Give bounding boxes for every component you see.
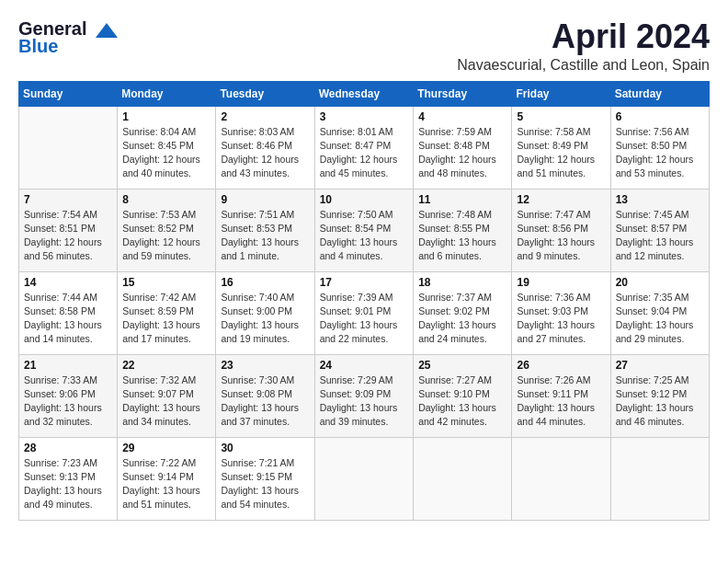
cell-info: Sunrise: 7:29 AM Sunset: 9:09 PM Dayligh… [320,373,409,430]
title-area: April 2024 Navaescurial, Castille and Le… [457,18,710,74]
calendar-cell: 18Sunrise: 7:37 AM Sunset: 9:02 PM Dayli… [414,271,512,354]
calendar-cell [19,106,118,189]
calendar-cell: 1Sunrise: 8:04 AM Sunset: 8:45 PM Daylig… [118,106,216,189]
svg-marker-0 [96,23,118,38]
day-number: 7 [24,193,112,206]
logo: General Blue [18,18,121,57]
calendar-cell [314,437,414,520]
cell-info: Sunrise: 7:40 AM Sunset: 9:00 PM Dayligh… [221,291,309,347]
cell-info: Sunrise: 7:59 AM Sunset: 8:48 PM Dayligh… [418,125,506,181]
cell-info: Sunrise: 7:32 AM Sunset: 9:07 PM Dayligh… [122,373,210,430]
day-number: 8 [122,193,210,206]
cell-info: Sunrise: 7:22 AM Sunset: 9:14 PM Dayligh… [122,456,210,512]
logo-blue-text: Blue [18,36,58,57]
weekday-header-saturday: Saturday [610,81,709,106]
day-number: 25 [418,359,506,372]
day-number: 13 [616,193,704,206]
cell-info: Sunrise: 8:04 AM Sunset: 8:45 PM Dayligh… [122,125,210,181]
day-number: 5 [517,110,605,123]
calendar-week-row: 14Sunrise: 7:44 AM Sunset: 8:58 PM Dayli… [19,271,710,354]
calendar-cell: 4Sunrise: 7:59 AM Sunset: 8:48 PM Daylig… [414,106,512,189]
cell-info: Sunrise: 7:48 AM Sunset: 8:55 PM Dayligh… [418,208,506,264]
calendar-cell: 8Sunrise: 7:53 AM Sunset: 8:52 PM Daylig… [118,189,216,271]
day-number: 16 [221,276,309,289]
page-header: General Blue April 2024 Navaescurial, Ca… [18,18,710,74]
month-title: April 2024 [457,18,710,55]
day-number: 4 [418,110,506,123]
day-number: 15 [122,276,210,289]
day-number: 18 [418,276,506,289]
day-number: 3 [320,110,409,123]
cell-info: Sunrise: 7:50 AM Sunset: 8:54 PM Dayligh… [320,208,409,264]
calendar-week-row: 21Sunrise: 7:33 AM Sunset: 9:06 PM Dayli… [19,354,710,437]
day-number: 1 [122,110,210,123]
logo-icon [94,21,119,40]
day-number: 20 [616,276,704,289]
calendar-week-row: 7Sunrise: 7:54 AM Sunset: 8:51 PM Daylig… [19,189,710,271]
calendar-week-row: 28Sunrise: 7:23 AM Sunset: 9:13 PM Dayli… [19,437,710,520]
calendar-cell: 24Sunrise: 7:29 AM Sunset: 9:09 PM Dayli… [314,354,414,437]
calendar-cell: 15Sunrise: 7:42 AM Sunset: 8:59 PM Dayli… [118,271,216,354]
cell-info: Sunrise: 7:25 AM Sunset: 9:12 PM Dayligh… [616,373,704,430]
cell-info: Sunrise: 8:03 AM Sunset: 8:46 PM Dayligh… [221,125,309,181]
cell-info: Sunrise: 7:42 AM Sunset: 8:59 PM Dayligh… [122,291,210,347]
cell-info: Sunrise: 7:23 AM Sunset: 9:13 PM Dayligh… [24,456,112,512]
weekday-header-tuesday: Tuesday [216,81,314,106]
calendar-cell: 13Sunrise: 7:45 AM Sunset: 8:57 PM Dayli… [610,189,709,271]
calendar-cell: 6Sunrise: 7:56 AM Sunset: 8:50 PM Daylig… [610,106,709,189]
calendar-cell: 29Sunrise: 7:22 AM Sunset: 9:14 PM Dayli… [118,437,216,520]
calendar-cell: 2Sunrise: 8:03 AM Sunset: 8:46 PM Daylig… [216,106,314,189]
day-number: 2 [221,110,309,123]
calendar-cell [414,437,512,520]
day-number: 10 [320,193,409,206]
cell-info: Sunrise: 7:56 AM Sunset: 8:50 PM Dayligh… [616,125,704,181]
calendar-cell: 22Sunrise: 7:32 AM Sunset: 9:07 PM Dayli… [118,354,216,437]
cell-info: Sunrise: 8:01 AM Sunset: 8:47 PM Dayligh… [320,125,409,181]
calendar-cell: 9Sunrise: 7:51 AM Sunset: 8:53 PM Daylig… [216,189,314,271]
day-number: 29 [122,442,210,454]
calendar-cell: 19Sunrise: 7:36 AM Sunset: 9:03 PM Dayli… [512,271,610,354]
weekday-header-monday: Monday [118,81,216,106]
calendar-cell: 30Sunrise: 7:21 AM Sunset: 9:15 PM Dayli… [216,437,314,520]
calendar-cell: 12Sunrise: 7:47 AM Sunset: 8:56 PM Dayli… [512,189,610,271]
day-number: 19 [517,276,605,289]
cell-info: Sunrise: 7:21 AM Sunset: 9:15 PM Dayligh… [221,456,309,512]
cell-info: Sunrise: 7:53 AM Sunset: 8:52 PM Dayligh… [122,208,210,264]
day-number: 26 [517,359,605,372]
calendar-cell: 27Sunrise: 7:25 AM Sunset: 9:12 PM Dayli… [610,354,709,437]
weekday-header-friday: Friday [512,81,610,106]
calendar-cell: 17Sunrise: 7:39 AM Sunset: 9:01 PM Dayli… [314,271,414,354]
cell-info: Sunrise: 7:26 AM Sunset: 9:11 PM Dayligh… [517,373,605,430]
cell-info: Sunrise: 7:44 AM Sunset: 8:58 PM Dayligh… [24,291,112,347]
calendar-cell: 21Sunrise: 7:33 AM Sunset: 9:06 PM Dayli… [19,354,118,437]
calendar-cell: 5Sunrise: 7:58 AM Sunset: 8:49 PM Daylig… [512,106,610,189]
cell-info: Sunrise: 7:37 AM Sunset: 9:02 PM Dayligh… [418,291,506,347]
calendar-cell: 7Sunrise: 7:54 AM Sunset: 8:51 PM Daylig… [19,189,118,271]
calendar-cell: 25Sunrise: 7:27 AM Sunset: 9:10 PM Dayli… [414,354,512,437]
day-number: 12 [517,193,605,206]
day-number: 21 [24,359,112,372]
calendar-cell: 16Sunrise: 7:40 AM Sunset: 9:00 PM Dayli… [216,271,314,354]
cell-info: Sunrise: 7:36 AM Sunset: 9:03 PM Dayligh… [517,291,605,347]
cell-info: Sunrise: 7:39 AM Sunset: 9:01 PM Dayligh… [320,291,409,347]
weekday-header-thursday: Thursday [414,81,512,106]
day-number: 24 [320,359,409,372]
calendar-cell [610,437,709,520]
cell-info: Sunrise: 7:51 AM Sunset: 8:53 PM Dayligh… [221,208,309,264]
cell-info: Sunrise: 7:35 AM Sunset: 9:04 PM Dayligh… [616,291,704,347]
calendar-header-row: SundayMondayTuesdayWednesdayThursdayFrid… [19,81,710,106]
calendar-cell: 20Sunrise: 7:35 AM Sunset: 9:04 PM Dayli… [610,271,709,354]
day-number: 6 [616,110,704,123]
cell-info: Sunrise: 7:27 AM Sunset: 9:10 PM Dayligh… [418,373,506,430]
day-number: 9 [221,193,309,206]
calendar-cell: 28Sunrise: 7:23 AM Sunset: 9:13 PM Dayli… [19,437,118,520]
cell-info: Sunrise: 7:33 AM Sunset: 9:06 PM Dayligh… [24,373,112,430]
weekday-header-wednesday: Wednesday [314,81,414,106]
cell-info: Sunrise: 7:54 AM Sunset: 8:51 PM Dayligh… [24,208,112,264]
calendar-week-row: 1Sunrise: 8:04 AM Sunset: 8:45 PM Daylig… [19,106,710,189]
calendar-cell: 26Sunrise: 7:26 AM Sunset: 9:11 PM Dayli… [512,354,610,437]
calendar-cell [512,437,610,520]
day-number: 17 [320,276,409,289]
calendar-cell: 23Sunrise: 7:30 AM Sunset: 9:08 PM Dayli… [216,354,314,437]
weekday-header-sunday: Sunday [19,81,118,106]
